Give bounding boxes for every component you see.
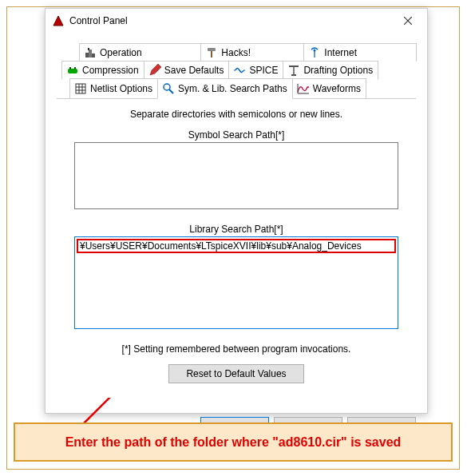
tab-sym-lib-search-paths[interactable]: Sym. & Lib. Search Paths [157,78,293,99]
operation-icon [84,46,97,59]
tab-label: Drafting Options [303,65,373,76]
svg-rect-5 [92,54,95,58]
tab-strip: Operation Hacks! Internet [57,43,416,98]
tab-label: Hacks! [221,47,251,58]
tab-content: Separate directories with semicolons or … [57,98,416,398]
netlist-icon [74,82,87,95]
library-search-path-input[interactable]: ¥Users¥USER¥Documents¥LTspiceXVII¥lib¥su… [74,236,398,329]
tab-operation[interactable]: Operation [79,43,201,61]
control-panel-dialog: Control Panel Operation Hacks! [45,8,428,414]
svg-rect-8 [208,48,216,51]
library-path-value: ¥Users¥USER¥Documents¥LTspiceXVII¥lib¥su… [80,240,362,252]
svg-point-9 [314,50,316,52]
tab-label: Internet [324,47,357,58]
svg-point-23 [164,84,170,90]
hammer-icon [205,46,218,59]
close-icon [404,17,412,25]
tab-drafting-options[interactable]: Drafting Options [283,61,378,79]
tab-label: Waveforms [313,83,361,94]
tab-hacks[interactable]: Hacks! [200,43,304,61]
symbol-search-path-input[interactable] [74,142,398,209]
titlebar: Control Panel [46,9,427,33]
dialog-body: Operation Hacks! Internet [46,33,427,409]
antenna-icon [308,46,321,59]
svg-rect-12 [74,67,76,69]
tab-label: Netlist Options [90,83,152,94]
pencil-icon [148,64,161,77]
svg-rect-6 [88,48,89,50]
tab-label: Sym. & Lib. Search Paths [178,83,287,94]
tab-row-1: Operation Hacks! Internet [57,43,416,61]
library-path-label: Library Search Path[*] [74,224,398,235]
tab-save-defaults[interactable]: Save Defaults [144,61,230,79]
waveform-icon [297,82,310,95]
tab-compression[interactable]: Compression [61,61,144,79]
reset-to-default-button[interactable]: Reset to Default Values [168,364,304,383]
footnote-text: [*] Setting remembered between program i… [74,343,398,355]
svg-rect-3 [85,53,89,58]
tab-waveforms[interactable]: Waveforms [292,78,366,98]
svg-rect-11 [69,67,71,69]
callout-box: Enter the path of the folder where "ad86… [14,422,453,462]
svg-line-24 [169,89,173,93]
tab-netlist-options[interactable]: Netlist Options [69,78,158,98]
symbol-path-label: Symbol Search Path[*] [74,129,398,141]
svg-rect-10 [68,69,77,73]
tab-row-3: Netlist Options Sym. & Lib. Search Paths… [57,78,416,98]
spice-icon [233,64,246,77]
tab-row-2: Compression Save Defaults SPICE [57,61,416,79]
tab-internet[interactable]: Internet [303,43,417,61]
svg-rect-4 [89,50,92,58]
instruction-text: Separate directories with semicolons or … [74,109,398,120]
window-title: Control Panel [69,15,390,26]
app-icon [52,14,65,27]
compression-icon [66,64,79,77]
tab-label: Compression [82,65,139,76]
callout-text: Enter the path of the folder where "ad86… [65,435,402,450]
tab-label: Operation [100,47,142,58]
svg-rect-18 [76,84,85,93]
tab-spice[interactable]: SPICE [228,61,283,79]
drafting-icon [287,64,300,77]
close-button[interactable] [390,10,425,32]
tab-label: Save Defaults [164,65,224,76]
library-path-highlight: ¥Users¥USER¥Documents¥LTspiceXVII¥lib¥su… [77,239,396,253]
svg-marker-0 [53,16,63,26]
magnifier-icon [162,82,175,95]
tab-label: SPICE [249,65,278,76]
